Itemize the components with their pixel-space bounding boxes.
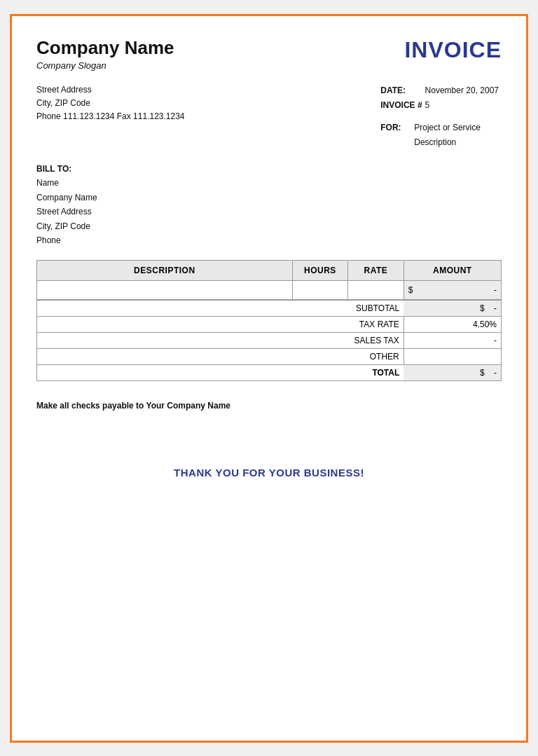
table-header-row: DESCRIPTION HOURS RATE AMOUNT [37, 261, 502, 281]
total-row: TOTAL $ - [37, 365, 502, 381]
col-header-description: DESCRIPTION [37, 261, 293, 281]
sender-address: Street Address City, ZIP Code Phone 111.… [36, 83, 185, 151]
bill-to-section: BILL TO: Name Company Name Street Addres… [36, 162, 502, 247]
row-description [37, 281, 293, 300]
subtotal-symbol: $ [480, 303, 485, 313]
for-desc-line1: Project or Service [414, 121, 481, 136]
other-value [404, 349, 501, 365]
subtotal-label: SUBTOTAL [37, 301, 404, 317]
col-header-rate: RATE [348, 261, 404, 281]
subtotal-amount: - [494, 303, 497, 313]
sales-tax-label: SALES TAX [37, 333, 404, 349]
invoice-num-value: 5 [425, 98, 502, 114]
date-info-block: DATE: November 20, 2007 INVOICE # 5 FOR:… [380, 83, 502, 151]
col-header-hours: HOURS [292, 261, 348, 281]
amount-symbol: $ [408, 285, 413, 295]
bill-to-company: Company Name [36, 191, 502, 205]
col-header-amount: AMOUNT [404, 261, 501, 281]
date-value: November 20, 2007 [425, 83, 502, 99]
sender-street: Street Address [36, 83, 185, 97]
invoice-table: DESCRIPTION HOURS RATE AMOUNT $ - [36, 260, 502, 300]
subtotals-table: SUBTOTAL $ - TAX RATE 4.50% SALES TAX - … [36, 300, 502, 381]
thank-you-message: THANK YOU FOR YOUR BUSINESS! [36, 467, 502, 479]
sender-city-zip: City, ZIP Code [36, 97, 185, 110]
company-info: Company Name Company Slogan [36, 37, 174, 71]
header-section: Company Name Company Slogan INVOICE [36, 37, 502, 71]
total-value: $ - [404, 365, 501, 381]
for-block: FOR: Project or Service Description [380, 121, 502, 151]
total-symbol: $ [480, 368, 485, 378]
row-rate [348, 281, 404, 300]
subtotal-row: SUBTOTAL $ - [37, 301, 502, 317]
bill-to-label: BILL TO: [36, 162, 502, 176]
bill-to-street: Street Address [36, 205, 502, 219]
amount-value: - [494, 285, 497, 295]
company-name: Company Name [36, 37, 174, 59]
tax-rate-value: 4.50% [404, 317, 501, 333]
total-label: TOTAL [37, 365, 404, 381]
footer-note-bold: Your Company Name [144, 401, 230, 411]
table-row: $ - [37, 281, 502, 300]
sales-tax-value: - [404, 333, 501, 349]
for-desc-line2: Description [414, 135, 481, 151]
total-amount: - [494, 368, 497, 378]
date-label: DATE: [380, 83, 425, 99]
bill-to-name: Name [36, 176, 502, 190]
tax-rate-row: TAX RATE 4.50% [37, 317, 502, 333]
for-description: Project or Service Description [414, 121, 481, 151]
company-slogan: Company Slogan [36, 60, 174, 71]
footer-note: Make all checks payable to Your Company … [36, 401, 502, 411]
bill-to-city-zip: City, ZIP Code [36, 219, 502, 233]
sender-phone-fax: Phone 111.123.1234 Fax 111.123.1234 [36, 110, 185, 123]
sales-tax-row: SALES TAX - [37, 333, 502, 349]
for-label: FOR: [380, 121, 408, 151]
subtotal-value: $ - [404, 301, 501, 317]
other-row: OTHER [37, 349, 502, 365]
invoice-page: Company Name Company Slogan INVOICE Stre… [10, 14, 528, 743]
bill-to-phone: Phone [36, 233, 502, 247]
tax-rate-label: TAX RATE [37, 317, 404, 333]
row-hours [292, 281, 348, 300]
row-amount: $ - [404, 281, 501, 300]
address-date-row: Street Address City, ZIP Code Phone 111.… [36, 83, 502, 151]
invoice-num-label: INVOICE # [380, 98, 425, 114]
other-label: OTHER [37, 349, 404, 365]
footer-note-prefix: Make all checks payable to [36, 401, 144, 411]
date-table: DATE: November 20, 2007 INVOICE # 5 [380, 83, 502, 114]
invoice-title: INVOICE [404, 37, 502, 63]
